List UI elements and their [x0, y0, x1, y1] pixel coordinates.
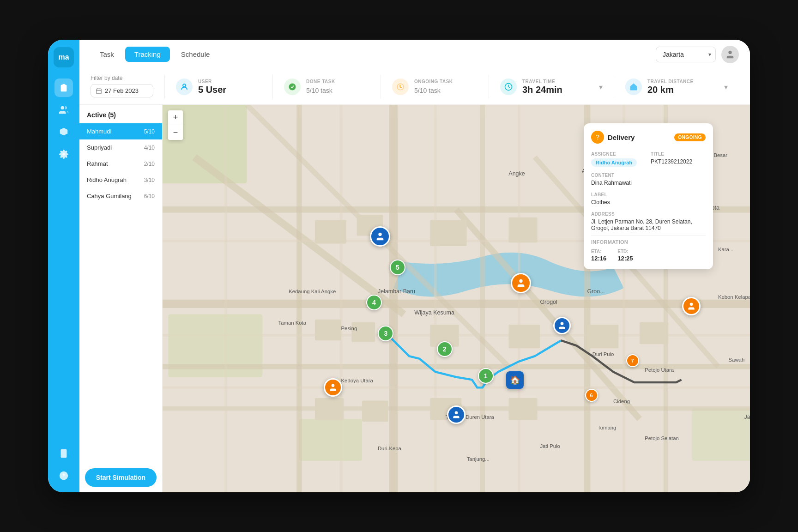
sidebar-item-mobile[interactable] — [54, 444, 73, 463]
stat-ongoing-info: ONGOING TASK 5/10 task — [414, 79, 453, 95]
svg-text:Duri-Kepa: Duri-Kepa — [378, 446, 402, 451]
popup-etd: ETD: 12:25 — [617, 247, 633, 262]
driver-item-1[interactable]: Supriyadi 4/10 — [79, 139, 162, 156]
main-content: Task Tracking Schedule Jakarta Surabaya … — [79, 40, 750, 492]
left-panel: Active (5) Mahmudi 5/10 Supriyadi 4/10 R… — [79, 105, 163, 492]
svg-rect-16 — [692, 409, 750, 461]
svg-text:Tomang: Tomang — [598, 425, 616, 430]
popup-assignee-field: Assignee Ridho Anugrah — [591, 149, 646, 167]
driver-name-1: Supriyadi — [87, 144, 112, 151]
tab-tracking[interactable]: Tracking — [125, 47, 170, 62]
popup-grid: Assignee Ridho Anugrah Title PKT12392120… — [591, 149, 706, 167]
svg-text:Kara...: Kara... — [718, 247, 733, 252]
svg-rect-14 — [299, 419, 362, 461]
svg-text:Petojo Selatan: Petojo Selatan — [645, 435, 679, 441]
driver-name-4: Cahya Gumilang — [87, 193, 132, 200]
svg-text:Kebon Kelapar: Kebon Kelapar — [718, 294, 750, 300]
popup-eta-label: ETA: — [591, 249, 602, 254]
city-select-input[interactable]: Jakarta Surabaya Bandung — [656, 47, 716, 62]
sidebar-item-help[interactable] — [54, 466, 73, 485]
zoom-in-button[interactable]: + — [168, 110, 183, 125]
popup-title: Delivery — [608, 133, 635, 141]
svg-text:Jati Pulo: Jati Pulo — [540, 443, 560, 449]
svg-rect-46 — [315, 398, 344, 420]
popup-delivery-icon: ? — [591, 131, 604, 144]
stat-user: USER 5 User — [164, 75, 272, 99]
marker-7[interactable]: 7 — [626, 354, 639, 367]
driver-score-3: 3/10 — [144, 177, 155, 183]
driver-item-3[interactable]: Ridho Anugrah 3/10 — [79, 172, 162, 188]
svg-text:Jakar...: Jakar... — [744, 414, 750, 420]
marker-2[interactable]: 2 — [437, 341, 453, 357]
driver-score-4: 6/10 — [144, 193, 155, 200]
svg-text:Duri Pulo: Duri Pulo — [592, 351, 614, 357]
marker-3[interactable]: 3 — [378, 326, 393, 341]
marker-mahmudi[interactable] — [370, 226, 390, 247]
marker-ridho[interactable] — [553, 317, 571, 334]
svg-text:Taman Kota: Taman Kota — [278, 320, 307, 326]
marker-person-orange-bl[interactable] — [324, 378, 342, 397]
popup-content-field: Content Dina Rahmawati — [591, 170, 706, 186]
marker-4[interactable]: 4 — [366, 295, 382, 310]
popup-header: ? Delivery ONGOING — [591, 131, 706, 144]
stat-user-icon — [176, 79, 193, 95]
marker-person-blue-bottom[interactable] — [447, 405, 466, 424]
svg-rect-4 — [97, 89, 102, 94]
travel-distance-expand[interactable]: ▾ — [724, 83, 728, 91]
popup-eta-value: 12:16 — [591, 255, 606, 262]
popup-assignee-label: Assignee — [591, 151, 616, 157]
driver-item-0[interactable]: Mahmudi 5/10 — [79, 123, 162, 139]
stat-done-label: DONE TASK — [306, 79, 335, 84]
svg-text:Angke: Angke — [508, 170, 525, 177]
nav-tabs: Task Tracking Schedule — [91, 47, 652, 62]
marker-1[interactable]: 1 — [478, 368, 494, 384]
marker-person-orange-right[interactable] — [682, 297, 701, 315]
map-controls: + − — [168, 110, 183, 140]
popup-eta: ETA: 12:16 — [591, 247, 606, 262]
popup-content-label: Content — [591, 173, 614, 178]
svg-rect-41 — [508, 218, 537, 242]
start-simulation-button[interactable]: Start Simulation — [85, 468, 157, 487]
map-area[interactable]: Jelambar Baru Pesing Wijaya Kesuma Kedau… — [163, 105, 750, 492]
sidebar-item-integrations[interactable] — [54, 123, 73, 141]
stat-done-icon — [284, 79, 301, 95]
user-avatar-button[interactable] — [721, 46, 739, 63]
stat-done-value: 5/10 task — [306, 84, 335, 95]
date-input[interactable]: 27 Feb 2023 — [91, 84, 153, 97]
driver-item-4[interactable]: Cahya Gumilang 6/10 — [79, 188, 162, 204]
sidebar-item-tasks[interactable] — [54, 79, 73, 97]
city-selector[interactable]: Jakarta Surabaya Bandung — [656, 47, 716, 62]
marker-5[interactable]: 5 — [390, 260, 405, 275]
svg-point-9 — [289, 84, 296, 91]
tab-schedule[interactable]: Schedule — [172, 47, 219, 62]
stat-user-label: USER — [198, 79, 226, 84]
popup-address-label: Address — [591, 212, 615, 217]
popup-info-row: Information — [591, 235, 706, 247]
driver-item-2[interactable]: Rahmat 2/10 — [79, 156, 162, 172]
svg-text:Kedoya Utara: Kedoya Utara — [341, 378, 374, 383]
travel-time-expand[interactable]: ▾ — [599, 83, 603, 91]
svg-rect-38 — [315, 220, 346, 243]
marker-6[interactable]: 6 — [585, 389, 598, 402]
sidebar-item-users[interactable] — [54, 101, 73, 119]
popup-etd-value: 12:25 — [617, 255, 633, 262]
topnav-right: Jakarta Surabaya Bandung — [656, 46, 739, 63]
marker-person-orange-1[interactable] — [511, 273, 531, 293]
filter-section: Filter by date 27 Feb 2023 — [91, 75, 164, 99]
tab-task[interactable]: Task — [91, 47, 123, 62]
top-navigation: Task Tracking Schedule Jakarta Surabaya … — [79, 40, 750, 69]
svg-text:Tanjung...: Tanjung... — [467, 456, 490, 462]
svg-text:Jelambar Baru: Jelambar Baru — [378, 288, 415, 295]
popup-title-label: Title — [651, 151, 664, 157]
sidebar: ma — [48, 40, 79, 492]
svg-rect-50 — [587, 325, 618, 348]
popup-label-label: Label — [591, 192, 607, 197]
zoom-out-button[interactable]: − — [168, 125, 183, 140]
stat-time-label: TRAVEL TIME — [522, 79, 562, 84]
sidebar-item-settings[interactable] — [54, 145, 73, 163]
popup-title-row: ? Delivery — [591, 131, 635, 144]
driver-score-2: 2/10 — [144, 161, 155, 167]
marker-warehouse[interactable]: 🏠 — [506, 371, 524, 389]
driver-score-0: 5/10 — [144, 128, 155, 135]
stat-ongoing-task: ONGOING TASK 5/10 task — [381, 75, 489, 99]
